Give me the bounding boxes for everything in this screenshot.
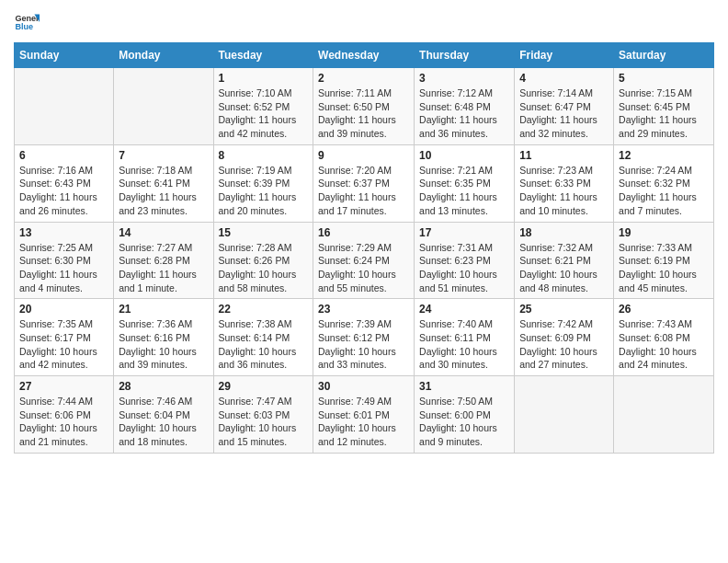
calendar-cell — [114, 68, 213, 145]
calendar-cell: 18Sunrise: 7:32 AM Sunset: 6:21 PM Dayli… — [515, 222, 614, 299]
day-number: 27 — [19, 380, 108, 393]
week-row-2: 6Sunrise: 7:16 AM Sunset: 6:43 PM Daylig… — [15, 144, 714, 222]
day-details: Sunrise: 7:15 AM Sunset: 6:45 PM Dayligh… — [619, 86, 709, 141]
day-number: 7 — [119, 149, 208, 162]
calendar-cell: 9Sunrise: 7:20 AM Sunset: 6:37 PM Daylig… — [313, 144, 415, 222]
day-number: 4 — [519, 72, 609, 85]
day-number: 13 — [19, 226, 108, 239]
page-header: General Blue — [14, 9, 714, 35]
day-details: Sunrise: 7:18 AM Sunset: 6:41 PM Dayligh… — [119, 164, 208, 218]
day-number: 11 — [519, 149, 609, 162]
day-number: 31 — [419, 380, 509, 393]
day-number: 28 — [119, 380, 208, 393]
column-header-friday: Friday — [515, 43, 614, 68]
calendar-cell: 26Sunrise: 7:43 AM Sunset: 6:08 PM Dayli… — [614, 299, 714, 376]
calendar-cell: 11Sunrise: 7:23 AM Sunset: 6:33 PM Dayli… — [515, 144, 614, 222]
day-details: Sunrise: 7:31 AM Sunset: 6:23 PM Dayligh… — [419, 241, 509, 295]
day-number: 21 — [119, 303, 208, 316]
calendar-cell: 23Sunrise: 7:39 AM Sunset: 6:12 PM Dayli… — [313, 299, 415, 376]
calendar-cell: 7Sunrise: 7:18 AM Sunset: 6:41 PM Daylig… — [114, 144, 213, 222]
calendar-cell: 13Sunrise: 7:25 AM Sunset: 6:30 PM Dayli… — [15, 222, 114, 299]
day-details: Sunrise: 7:36 AM Sunset: 6:16 PM Dayligh… — [119, 317, 208, 372]
day-number: 17 — [419, 226, 509, 239]
day-details: Sunrise: 7:16 AM Sunset: 6:43 PM Dayligh… — [19, 164, 108, 218]
day-details: Sunrise: 7:10 AM Sunset: 6:52 PM Dayligh… — [219, 86, 309, 141]
day-number: 24 — [419, 303, 509, 316]
calendar-cell: 24Sunrise: 7:40 AM Sunset: 6:11 PM Dayli… — [415, 299, 515, 376]
day-number: 8 — [219, 149, 309, 162]
day-number: 20 — [19, 303, 108, 316]
calendar-cell: 15Sunrise: 7:28 AM Sunset: 6:26 PM Dayli… — [213, 222, 313, 299]
day-details: Sunrise: 7:44 AM Sunset: 6:06 PM Dayligh… — [19, 395, 108, 449]
day-details: Sunrise: 7:28 AM Sunset: 6:26 PM Dayligh… — [219, 241, 309, 295]
day-details: Sunrise: 7:20 AM Sunset: 6:37 PM Dayligh… — [318, 164, 409, 218]
calendar-cell: 12Sunrise: 7:24 AM Sunset: 6:32 PM Dayli… — [614, 144, 714, 222]
day-number: 15 — [219, 226, 309, 239]
day-number: 16 — [318, 226, 409, 239]
column-header-sunday: Sunday — [15, 43, 114, 68]
column-header-monday: Monday — [114, 43, 213, 68]
day-details: Sunrise: 7:40 AM Sunset: 6:11 PM Dayligh… — [419, 317, 509, 372]
day-number: 14 — [119, 226, 208, 239]
day-details: Sunrise: 7:43 AM Sunset: 6:08 PM Dayligh… — [619, 317, 709, 372]
calendar-cell: 14Sunrise: 7:27 AM Sunset: 6:28 PM Dayli… — [114, 222, 213, 299]
day-number: 18 — [519, 226, 609, 239]
day-details: Sunrise: 7:25 AM Sunset: 6:30 PM Dayligh… — [19, 241, 108, 295]
day-details: Sunrise: 7:42 AM Sunset: 6:09 PM Dayligh… — [519, 317, 609, 372]
day-details: Sunrise: 7:33 AM Sunset: 6:19 PM Dayligh… — [619, 241, 709, 295]
calendar-cell: 6Sunrise: 7:16 AM Sunset: 6:43 PM Daylig… — [15, 144, 114, 222]
calendar-cell: 22Sunrise: 7:38 AM Sunset: 6:14 PM Dayli… — [213, 299, 313, 376]
day-number: 6 — [19, 149, 108, 162]
week-row-3: 13Sunrise: 7:25 AM Sunset: 6:30 PM Dayli… — [15, 222, 714, 299]
column-header-wednesday: Wednesday — [313, 43, 415, 68]
day-details: Sunrise: 7:11 AM Sunset: 6:50 PM Dayligh… — [318, 86, 409, 141]
day-details: Sunrise: 7:50 AM Sunset: 6:00 PM Dayligh… — [419, 395, 509, 449]
day-details: Sunrise: 7:47 AM Sunset: 6:03 PM Dayligh… — [219, 395, 309, 449]
calendar-cell: 1Sunrise: 7:10 AM Sunset: 6:52 PM Daylig… — [213, 68, 313, 145]
day-number: 5 — [619, 72, 709, 85]
logo: General Blue — [14, 9, 40, 35]
day-details: Sunrise: 7:49 AM Sunset: 6:01 PM Dayligh… — [318, 395, 409, 449]
calendar-cell: 20Sunrise: 7:35 AM Sunset: 6:17 PM Dayli… — [15, 299, 114, 376]
calendar-cell: 31Sunrise: 7:50 AM Sunset: 6:00 PM Dayli… — [415, 376, 515, 454]
day-details: Sunrise: 7:12 AM Sunset: 6:48 PM Dayligh… — [419, 86, 509, 141]
calendar-cell: 8Sunrise: 7:19 AM Sunset: 6:39 PM Daylig… — [213, 144, 313, 222]
calendar-cell: 2Sunrise: 7:11 AM Sunset: 6:50 PM Daylig… — [313, 68, 415, 145]
day-details: Sunrise: 7:35 AM Sunset: 6:17 PM Dayligh… — [19, 317, 108, 372]
week-row-4: 20Sunrise: 7:35 AM Sunset: 6:17 PM Dayli… — [15, 299, 714, 376]
column-header-thursday: Thursday — [415, 43, 515, 68]
day-number: 12 — [619, 149, 709, 162]
day-number: 25 — [519, 303, 609, 316]
calendar-cell — [614, 376, 714, 454]
calendar-cell: 10Sunrise: 7:21 AM Sunset: 6:35 PM Dayli… — [415, 144, 515, 222]
day-details: Sunrise: 7:19 AM Sunset: 6:39 PM Dayligh… — [219, 164, 309, 218]
day-details: Sunrise: 7:14 AM Sunset: 6:47 PM Dayligh… — [519, 86, 609, 141]
calendar-cell: 28Sunrise: 7:46 AM Sunset: 6:04 PM Dayli… — [114, 376, 213, 454]
calendar-body: 1Sunrise: 7:10 AM Sunset: 6:52 PM Daylig… — [15, 68, 714, 454]
calendar-cell: 25Sunrise: 7:42 AM Sunset: 6:09 PM Dayli… — [515, 299, 614, 376]
calendar-cell: 29Sunrise: 7:47 AM Sunset: 6:03 PM Dayli… — [213, 376, 313, 454]
calendar-cell: 5Sunrise: 7:15 AM Sunset: 6:45 PM Daylig… — [614, 68, 714, 145]
day-number: 2 — [318, 72, 409, 85]
day-number: 30 — [318, 380, 409, 393]
day-details: Sunrise: 7:27 AM Sunset: 6:28 PM Dayligh… — [119, 241, 208, 295]
day-number: 1 — [219, 72, 309, 85]
day-number: 22 — [219, 303, 309, 316]
day-details: Sunrise: 7:29 AM Sunset: 6:24 PM Dayligh… — [318, 241, 409, 295]
calendar-cell: 19Sunrise: 7:33 AM Sunset: 6:19 PM Dayli… — [614, 222, 714, 299]
calendar-cell: 3Sunrise: 7:12 AM Sunset: 6:48 PM Daylig… — [415, 68, 515, 145]
calendar-table: SundayMondayTuesdayWednesdayThursdayFrid… — [14, 42, 714, 454]
day-details: Sunrise: 7:24 AM Sunset: 6:32 PM Dayligh… — [619, 164, 709, 218]
day-details: Sunrise: 7:46 AM Sunset: 6:04 PM Dayligh… — [119, 395, 208, 449]
calendar-cell: 30Sunrise: 7:49 AM Sunset: 6:01 PM Dayli… — [313, 376, 415, 454]
calendar-cell: 4Sunrise: 7:14 AM Sunset: 6:47 PM Daylig… — [515, 68, 614, 145]
calendar-cell — [515, 376, 614, 454]
svg-text:Blue: Blue — [15, 22, 33, 31]
day-number: 19 — [619, 226, 709, 239]
column-header-tuesday: Tuesday — [213, 43, 313, 68]
day-details: Sunrise: 7:38 AM Sunset: 6:14 PM Dayligh… — [219, 317, 309, 372]
day-details: Sunrise: 7:39 AM Sunset: 6:12 PM Dayligh… — [318, 317, 409, 372]
calendar-cell: 16Sunrise: 7:29 AM Sunset: 6:24 PM Dayli… — [313, 222, 415, 299]
column-header-saturday: Saturday — [614, 43, 714, 68]
day-number: 29 — [219, 380, 309, 393]
